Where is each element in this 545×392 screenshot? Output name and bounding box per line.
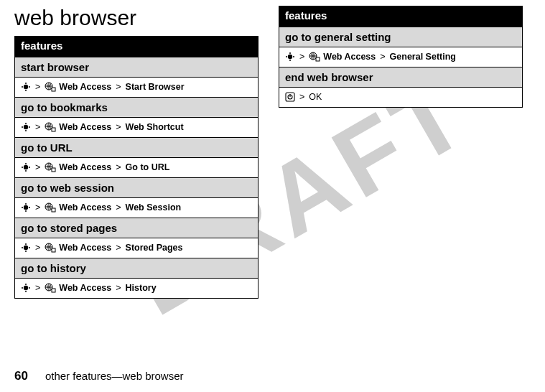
svg-point-30	[25, 203, 27, 205]
svg-point-36	[24, 246, 28, 250]
feature-path: > Web Access > History	[15, 279, 258, 299]
globe-icon	[45, 162, 56, 172]
features-header-right: features	[279, 6, 522, 27]
feature-path: > Web Access > Web Shortcut	[15, 118, 258, 138]
separator: >	[299, 52, 304, 62]
features-table-right: features go to general setting > Web Acc…	[279, 6, 523, 108]
nav-key-icon	[285, 52, 295, 62]
svg-point-10	[22, 126, 23, 128]
globe-icon	[45, 243, 56, 253]
svg-point-40	[25, 251, 27, 252]
svg-point-29	[29, 207, 30, 208]
menu-label: Web Access	[59, 162, 111, 172]
feature-path: > Web Access > Go to URL	[15, 158, 258, 178]
feature-title: start browser	[15, 57, 258, 78]
page-number: 60	[14, 369, 28, 383]
page-footer: 60 other features—web browser	[14, 369, 184, 383]
separator: >	[380, 52, 385, 62]
svg-point-3	[25, 83, 27, 84]
svg-point-11	[29, 126, 30, 128]
feature-path: > Web Access > Start Browser	[15, 78, 258, 98]
globe-icon	[45, 202, 56, 213]
svg-rect-17	[52, 128, 55, 131]
nav-key-icon	[21, 243, 31, 253]
globe-icon	[309, 52, 320, 62]
svg-point-18	[24, 165, 28, 169]
svg-point-45	[24, 286, 28, 290]
action-label: Go to URL	[126, 162, 170, 172]
menu-label: Web Access	[323, 52, 376, 62]
svg-rect-35	[52, 208, 55, 212]
feature-path: > Web Access > Web Session	[15, 198, 258, 218]
separator: >	[35, 82, 40, 92]
nav-key-icon	[21, 122, 31, 132]
separator: >	[116, 243, 121, 253]
svg-point-1	[22, 86, 23, 88]
svg-point-37	[22, 247, 23, 248]
end-key-icon	[285, 92, 295, 102]
svg-point-27	[24, 205, 28, 210]
left-column: web browser features start browser > Web…	[14, 6, 258, 299]
separator: >	[116, 162, 121, 172]
separator: >	[116, 202, 121, 213]
svg-rect-44	[52, 248, 55, 252]
feature-title: end web browser	[279, 67, 522, 88]
svg-point-54	[288, 55, 292, 59]
svg-rect-62	[316, 57, 320, 61]
feature-title: go to web session	[15, 178, 258, 198]
svg-point-4	[25, 90, 27, 91]
svg-point-48	[25, 284, 27, 285]
svg-point-46	[22, 287, 23, 289]
separator: >	[35, 202, 40, 213]
svg-rect-26	[52, 168, 55, 172]
action-label: History	[126, 283, 157, 293]
separator: >	[35, 162, 40, 172]
feature-title: go to history	[15, 258, 258, 279]
svg-point-12	[25, 123, 27, 124]
nav-key-icon	[21, 162, 31, 172]
separator: >	[299, 92, 304, 102]
svg-point-20	[29, 167, 30, 168]
action-label: General Setting	[390, 52, 456, 62]
separator: >	[35, 283, 40, 293]
menu-label: Web Access	[59, 82, 111, 92]
svg-point-2	[29, 86, 30, 88]
feature-title: go to stored pages	[15, 218, 258, 238]
separator: >	[35, 122, 40, 132]
footer-text: other features—web browser	[45, 370, 184, 382]
svg-point-22	[25, 170, 27, 172]
separator: >	[116, 82, 121, 92]
svg-rect-53	[52, 289, 55, 292]
svg-point-21	[25, 163, 27, 164]
globe-icon	[45, 82, 56, 92]
svg-point-56	[293, 56, 294, 57]
svg-point-55	[286, 56, 287, 57]
nav-key-icon	[21, 283, 31, 293]
menu-label: Web Access	[59, 243, 111, 253]
svg-rect-8	[52, 88, 55, 91]
feature-path: > Web Access > General Setting	[279, 47, 522, 67]
feature-path: > OK	[279, 88, 522, 108]
features-table-left: features start browser > Web Access > St…	[14, 36, 258, 299]
globe-icon	[45, 283, 56, 293]
feature-title: go to general setting	[279, 27, 522, 47]
svg-point-38	[29, 247, 30, 248]
svg-point-58	[289, 60, 291, 61]
svg-point-39	[25, 243, 27, 245]
action-label: Stored Pages	[126, 243, 183, 253]
svg-point-57	[289, 52, 291, 54]
features-header-left: features	[15, 37, 258, 57]
action-label: OK	[309, 92, 322, 102]
menu-label: Web Access	[59, 202, 111, 213]
svg-point-31	[25, 210, 27, 212]
menu-label: Web Access	[59, 283, 111, 293]
feature-path: > Web Access > Stored Pages	[15, 238, 258, 258]
svg-point-0	[24, 85, 28, 89]
separator: >	[116, 283, 121, 293]
nav-key-icon	[21, 202, 31, 213]
separator: >	[35, 243, 40, 253]
action-label: Web Shortcut	[126, 122, 184, 132]
svg-point-28	[22, 207, 23, 208]
page-title: web browser	[14, 6, 258, 30]
nav-key-icon	[21, 82, 31, 92]
